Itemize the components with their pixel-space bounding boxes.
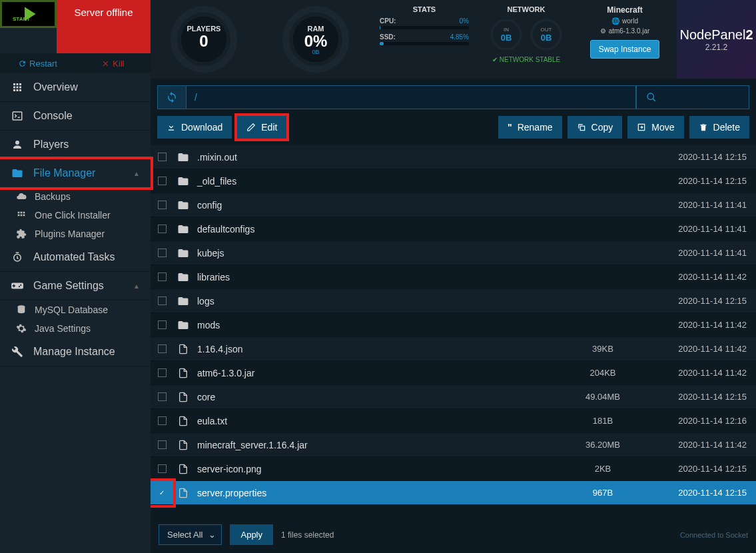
puzzle-icon: [15, 229, 28, 239]
sidebar-item-label: Java Settings: [35, 323, 91, 334]
file-checkbox[interactable]: [158, 153, 167, 161]
file-checkbox[interactable]: [158, 392, 167, 401]
download-icon: [167, 123, 176, 132]
rename-button[interactable]: " Rename: [498, 116, 562, 139]
kill-button[interactable]: Kill: [75, 53, 151, 73]
folder-icon: [173, 151, 193, 163]
file-icon: [173, 488, 193, 498]
sidebar-item-plugins[interactable]: Plugins Manager: [0, 225, 151, 243]
file-row[interactable]: kubejs2020-11-14 11:41: [151, 241, 756, 265]
svg-point-3: [647, 93, 653, 99]
file-checkbox[interactable]: [158, 464, 167, 473]
file-row[interactable]: config2020-11-14 11:41: [151, 193, 756, 217]
swap-card: Minecraft 🌐world ⚙atm6-1.3.0.jar Swap In…: [578, 0, 671, 79]
file-icon: [173, 440, 193, 450]
rename-label: Rename: [518, 122, 553, 133]
sidebar-item-game-settings[interactable]: Game Settings ▲: [0, 272, 151, 300]
path-refresh-button[interactable]: [157, 85, 187, 109]
file-date: 2020-11-14 11:42: [643, 272, 756, 282]
edit-button[interactable]: Edit: [237, 116, 286, 139]
restart-button[interactable]: Restart: [0, 53, 75, 73]
file-row[interactable]: core49.04MB2020-11-14 12:15: [151, 385, 756, 409]
file-row[interactable]: 1.16.4.json39KB2020-11-14 11:42: [151, 337, 756, 361]
file-size: 204KB: [563, 368, 643, 378]
sidebar-item-console[interactable]: Console: [0, 102, 151, 131]
file-date: 2020-11-14 11:42: [643, 368, 756, 378]
chevron-up-icon: ▲: [133, 170, 140, 177]
grid-icon: [11, 81, 24, 93]
start-button[interactable]: START: [0, 0, 57, 28]
file-checkbox[interactable]: [158, 488, 167, 497]
ssd-label: SSD:: [380, 33, 396, 41]
download-button[interactable]: Download: [157, 116, 232, 139]
ram-value: 0%: [304, 32, 328, 51]
file-size: 967B: [563, 488, 643, 498]
file-row[interactable]: mods2020-11-14 11:42: [151, 313, 756, 337]
sidebar-item-players[interactable]: Players: [0, 131, 151, 159]
file-row[interactable]: .mixin.out2020-11-14 12:15: [151, 145, 756, 169]
delete-label: Delete: [713, 122, 740, 133]
file-checkbox[interactable]: [158, 249, 167, 257]
file-row[interactable]: atm6-1.3.0.jar204KB2020-11-14 11:42: [151, 361, 756, 385]
file-icon: [173, 392, 193, 402]
file-row[interactable]: minecraft_server.1.16.4.jar36.20MB2020-1…: [151, 433, 756, 457]
select-all-dropdown[interactable]: Select All: [159, 524, 222, 545]
file-checkbox[interactable]: [158, 177, 167, 185]
sidebar-item-java[interactable]: Java Settings: [0, 319, 151, 338]
swap-instance-button[interactable]: Swap Instance: [590, 40, 660, 59]
cpu-value: 0%: [460, 17, 469, 25]
ram-sub: 0B: [312, 49, 319, 55]
folder-icon: [173, 319, 193, 331]
copy-icon: [577, 123, 586, 132]
file-checkbox[interactable]: [158, 416, 167, 425]
file-row[interactable]: _old_files2020-11-14 12:15: [151, 169, 756, 193]
search-button[interactable]: [636, 85, 749, 109]
sidebar-item-file-manager[interactable]: File Manager ▲: [0, 157, 153, 190]
brand-version: 2.21.2: [705, 43, 727, 52]
file-name: server.properties: [193, 488, 563, 498]
file-row[interactable]: defaultconfigs2020-11-14 11:41: [151, 217, 756, 241]
file-row[interactable]: server-icon.png2KB2020-11-14 12:15: [151, 457, 756, 481]
file-size: 181B: [563, 416, 643, 426]
file-row[interactable]: server.properties967B2020-11-14 12:15: [151, 481, 756, 505]
apply-button[interactable]: Apply: [230, 524, 273, 545]
file-checkbox[interactable]: [158, 225, 167, 233]
file-checkbox[interactable]: [158, 273, 167, 281]
file-checkbox[interactable]: [158, 320, 167, 329]
file-checkbox[interactable]: [158, 296, 167, 305]
file-row[interactable]: libraries2020-11-14 11:42: [151, 265, 756, 289]
restart-label: Restart: [29, 59, 57, 69]
sidebar-item-backups[interactable]: Backups: [0, 187, 151, 206]
copy-button[interactable]: Copy: [567, 116, 623, 139]
file-checkbox[interactable]: [158, 344, 167, 353]
folder-icon: [173, 295, 193, 307]
sidebar-item-automated[interactable]: Automated Tasks: [0, 243, 151, 272]
sidebar-item-manage[interactable]: Manage Instance: [0, 338, 151, 366]
file-size: 2KB: [563, 464, 643, 474]
ram-label: RAM: [307, 25, 324, 33]
move-icon: [637, 123, 646, 132]
delete-button[interactable]: Delete: [689, 116, 749, 139]
file-row[interactable]: logs2020-11-14 12:15: [151, 289, 756, 313]
file-checkbox[interactable]: [158, 368, 167, 377]
file-name: atm6-1.3.0.jar: [193, 368, 563, 378]
sidebar-item-one-click[interactable]: One Click Installer: [0, 206, 151, 225]
sidebar-item-label: Overview: [33, 81, 78, 93]
sidebar-item-overview[interactable]: Overview: [0, 73, 151, 102]
file-row[interactable]: eula.txt181B2020-11-14 12:16: [151, 409, 756, 433]
file-date: 2020-11-14 11:41: [643, 248, 756, 258]
file-name: defaultconfigs: [193, 224, 563, 235]
folder-icon: [173, 271, 193, 283]
file-checkbox[interactable]: [158, 201, 167, 209]
check-icon: ✔: [492, 56, 498, 63]
sidebar-item-mysql[interactable]: MySQL Database: [0, 300, 151, 319]
file-date: 2020-11-14 12:16: [643, 416, 756, 426]
file-date: 2020-11-14 11:42: [643, 320, 756, 330]
path-input[interactable]: [187, 85, 636, 109]
file-icon: [173, 464, 193, 474]
file-checkbox[interactable]: [158, 440, 167, 449]
network-stable: ✔ NETWORK STABLE: [485, 56, 567, 63]
move-button[interactable]: Move: [627, 116, 683, 139]
file-size: 49.04MB: [563, 392, 643, 402]
file-name: .mixin.out: [193, 152, 563, 163]
